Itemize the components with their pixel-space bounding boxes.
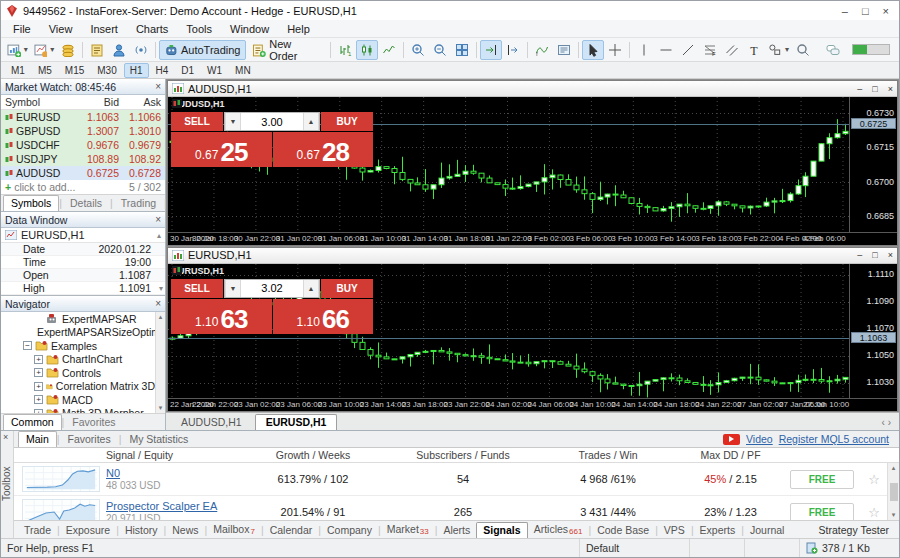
expand-box-icon[interactable]: + <box>34 395 43 404</box>
chart-minimize-button[interactable]: – <box>857 84 862 94</box>
tab-details[interactable]: Details <box>62 195 110 211</box>
toolbox-tab-news[interactable]: News <box>166 523 204 538</box>
market-watch-footer[interactable]: + click to add... 5 / 302 <box>1 180 165 194</box>
menu-item-help[interactable]: Help <box>279 22 318 36</box>
toolbox-tab-experts[interactable]: Experts <box>694 523 742 538</box>
toolbox-tab-calendar[interactable]: Calendar <box>264 523 319 538</box>
market-watch-row-eurusd[interactable]: EURUSD1.10631.1066 <box>1 110 165 124</box>
collapse-box-icon[interactable]: − <box>23 341 32 350</box>
cursor-button[interactable] <box>582 40 604 60</box>
equidistant-channel-button[interactable] <box>721 40 743 60</box>
youtube-icon[interactable] <box>723 434 740 445</box>
sell-button[interactable]: SELL <box>171 112 223 131</box>
new-chart-button[interactable]: ▾ <box>4 40 31 60</box>
tree-item-correlation-matrix-3d[interactable]: +Correlation Matrix 3D <box>1 380 155 394</box>
market-watch-row-audusd[interactable]: AUDUSD0.67250.6728 <box>1 166 165 180</box>
free-button[interactable]: FREE <box>790 470 854 489</box>
community-button[interactable] <box>108 40 130 60</box>
sell-price-tile[interactable]: 1.1063 <box>171 299 272 334</box>
expand-box-icon[interactable]: + <box>34 368 43 377</box>
chart-title-bar[interactable]: AUDUSD,H1–□× <box>168 81 897 97</box>
signals-tab-main[interactable]: Main <box>18 431 57 447</box>
volume-decrease-icon[interactable]: ▼ <box>225 280 241 297</box>
timeframe-h1[interactable]: H1 <box>124 63 149 78</box>
profiles-button[interactable]: ▾ <box>31 40 58 60</box>
fibonacci-button[interactable]: F <box>699 40 721 60</box>
tab-symbols[interactable]: Symbols <box>3 195 59 211</box>
indicators-button[interactable]: f <box>531 40 553 60</box>
chart-maximize-button[interactable]: □ <box>872 84 877 94</box>
chart-title-bar[interactable]: EURUSD,H1–□× <box>168 248 897 264</box>
data-window-close-icon[interactable]: × <box>155 214 161 225</box>
favorite-star-icon[interactable]: ☆ <box>861 505 887 520</box>
horizontal-line-button[interactable] <box>655 40 677 60</box>
chart-minimize-button[interactable]: – <box>857 250 862 260</box>
menu-item-tools[interactable]: Tools <box>178 22 220 36</box>
autotrading-button[interactable]: AutoTrading <box>159 40 246 60</box>
toolbox-tab-vps[interactable]: VPS <box>658 523 691 538</box>
dropdown-arrow-icon[interactable]: ▾ <box>785 45 789 54</box>
toolbox-tab-articles[interactable]: Articles661 <box>528 522 589 538</box>
maximize-button[interactable]: □ <box>862 5 869 17</box>
scroll-thumb[interactable] <box>890 483 898 501</box>
data-window-scroll-icon[interactable]: ▾ <box>159 284 163 293</box>
tree-item-controls[interactable]: +Controls <box>1 366 155 380</box>
tree-item-examples[interactable]: −Examples <box>1 339 155 353</box>
menu-item-insert[interactable]: Insert <box>82 22 126 36</box>
sell-button[interactable]: SELL <box>171 279 223 298</box>
signal-name-link[interactable]: Prospector Scalper EA <box>106 500 238 512</box>
chat-button[interactable] <box>822 40 844 60</box>
objects-button[interactable]: ▾ <box>765 40 792 60</box>
scroll-up-icon[interactable]: ▴ <box>892 464 896 472</box>
column-subscribers-funds[interactable]: Subscribers / Funds <box>388 449 538 461</box>
dropdown-arrow-icon[interactable]: ▾ <box>24 45 28 54</box>
strategy-tester-label[interactable]: Strategy Tester <box>813 524 895 538</box>
toolbox-tab-journal[interactable]: Journal <box>744 523 790 538</box>
zoom-out-button[interactable] <box>429 40 451 60</box>
timeframe-h4[interactable]: H4 <box>150 63 175 78</box>
sell-price-tile[interactable]: 0.6725 <box>171 132 272 167</box>
tree-item-macd[interactable]: +MACD <box>1 393 155 407</box>
toolbox-tab-trade[interactable]: Trade <box>18 523 57 538</box>
menu-item-view[interactable]: View <box>41 22 81 36</box>
buy-price-tile[interactable]: 1.1066 <box>273 299 374 334</box>
scroll-down-icon[interactable]: ▾ <box>892 511 896 519</box>
click-to-add-label[interactable]: click to add... <box>14 181 75 193</box>
toolbox-tab-mailbox[interactable]: Mailbox7 <box>207 522 261 538</box>
tree-item-expertmapsar[interactable]: ExpertMAPSAR <box>1 312 155 326</box>
toolbox-tab-market[interactable]: Market33 <box>381 522 435 538</box>
dropdown-arrow-icon[interactable]: ▾ <box>50 45 54 54</box>
auto-scroll-button[interactable] <box>480 40 502 60</box>
volume-value[interactable]: 3.00 <box>241 113 303 130</box>
market-watch-row-usdjpy[interactable]: USDJPY108.89108.92 <box>1 152 165 166</box>
timeframe-m30[interactable]: M30 <box>91 63 122 78</box>
timeframe-mn[interactable]: MN <box>229 63 257 78</box>
chart-plot[interactable]: AUDUSD,H1SELL▼3.00▲BUY0.67250.6728 <box>168 97 849 232</box>
signal-row-prospector-scalper-ea[interactable]: Prospector Scalper EA20 971 USD201.54% /… <box>14 496 899 520</box>
buy-button[interactable]: BUY <box>321 279 373 298</box>
trendline-button[interactable] <box>677 40 699 60</box>
menu-item-window[interactable]: Window <box>222 22 277 36</box>
signals-scrollbar[interactable]: ▴▾ <box>887 463 899 520</box>
navigator-close-icon[interactable]: × <box>155 298 161 309</box>
toolbox-tab-code-base[interactable]: Code Base <box>591 523 655 538</box>
toolbox-close-icon[interactable]: × <box>3 432 8 442</box>
free-button[interactable]: FREE <box>790 503 854 521</box>
volume-increase-icon[interactable]: ▲ <box>303 113 319 130</box>
volume-decrease-icon[interactable]: ▼ <box>225 113 241 130</box>
chart-shift-button[interactable] <box>502 40 524 60</box>
column-growth-weeks[interactable]: Growth / Weeks <box>238 449 388 461</box>
market-watch-row-usdchf[interactable]: USDCHF0.96760.9679 <box>1 138 165 152</box>
column-bid[interactable]: Bid <box>81 96 123 108</box>
scroll-up-icon[interactable]: ▴ <box>159 313 163 321</box>
data-window-symbol-row[interactable]: EURUSD,H1 ▴ <box>1 228 165 243</box>
search-button[interactable] <box>792 40 814 60</box>
status-profile[interactable]: Default <box>579 539 689 557</box>
tree-item-expertmapsarsizeoptim[interactable]: ExpertMAPSARSizeOptim <box>1 326 155 340</box>
column-trades-win[interactable]: Trades / Win <box>538 449 678 461</box>
column-ask[interactable]: Ask <box>123 96 165 108</box>
depth-of-market-button[interactable] <box>553 40 575 60</box>
navigator-scrollbar[interactable]: ▴▾ <box>155 312 165 413</box>
chart-plot[interactable]: EURUSD,H1SELL▼3.02▲BUY1.10631.1066 <box>168 264 849 399</box>
crosshair-button[interactable] <box>604 40 626 60</box>
